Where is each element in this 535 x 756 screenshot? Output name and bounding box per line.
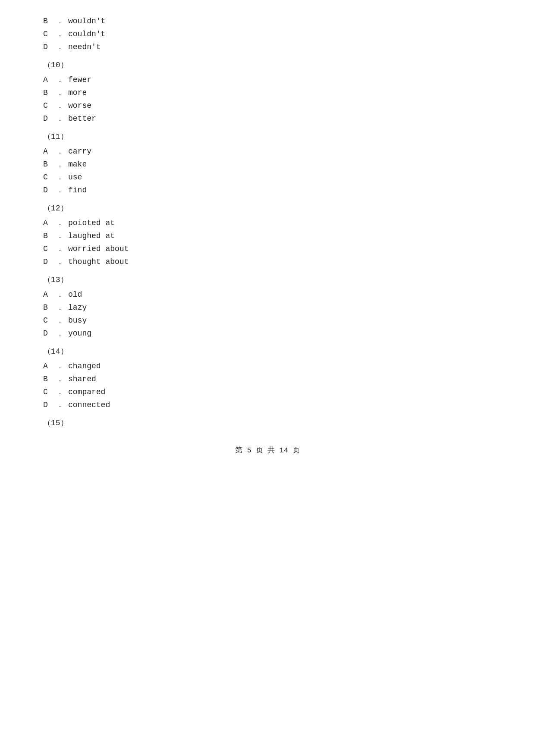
- option-text: busy: [68, 316, 87, 325]
- option-dot: ．: [56, 302, 64, 312]
- option-letter: D: [43, 114, 56, 123]
- option-text: old: [68, 290, 82, 299]
- question-10-block: （10） A ． fewer B ． more C ． worse D ． be…: [35, 60, 500, 123]
- question-13-number: （13）: [43, 274, 500, 285]
- option-text: changed: [68, 362, 101, 370]
- option-letter: B: [43, 88, 56, 97]
- option-letter: D: [43, 43, 56, 51]
- question-10-number: （10）: [43, 60, 500, 70]
- option-text: connected: [68, 401, 110, 409]
- option-row: B ． make: [43, 159, 500, 169]
- option-dot: ．: [56, 361, 64, 371]
- option-text: make: [68, 160, 87, 169]
- option-text: laughed at: [68, 232, 115, 240]
- option-dot: ．: [56, 373, 64, 384]
- option-dot: ．: [56, 159, 64, 169]
- option-row: A ． changed: [43, 361, 500, 371]
- option-row: B ． lazy: [43, 302, 500, 312]
- option-dot: ．: [56, 230, 64, 241]
- option-text: worried about: [68, 245, 129, 253]
- option-row: C ． busy: [43, 315, 500, 325]
- option-letter: D: [43, 186, 56, 194]
- option-row: C ． compared: [43, 386, 500, 397]
- option-text: find: [68, 186, 87, 194]
- option-dot: ．: [56, 41, 64, 52]
- option-letter: D: [43, 401, 56, 409]
- option-text: worse: [68, 101, 91, 110]
- question-14-block: （14） A ． changed B ． shared C ． compared…: [35, 346, 500, 410]
- option-row: B ． laughed at: [43, 230, 500, 241]
- option-dot: ．: [56, 328, 64, 338]
- option-dot: ．: [56, 146, 64, 156]
- option-text: lazy: [68, 303, 87, 312]
- option-row: D ． better: [43, 113, 500, 123]
- option-dot: ．: [56, 256, 64, 267]
- option-row: B ． shared: [43, 373, 500, 384]
- option-row: D ． thought about: [43, 256, 500, 267]
- option-dot: ．: [56, 172, 64, 182]
- question-14-number: （14）: [43, 346, 500, 356]
- option-row: D ． find: [43, 185, 500, 195]
- option-dot: ．: [56, 74, 64, 85]
- option-text: more: [68, 88, 87, 97]
- question-13-block: （13） A ． old B ． lazy C ． busy D ． young: [35, 274, 500, 338]
- question-12-number: （12）: [43, 203, 500, 213]
- option-letter: D: [43, 257, 56, 266]
- option-dot: ．: [56, 399, 64, 410]
- question-12-block: （12） A ． poioted at B ． laughed at C ． w…: [35, 203, 500, 267]
- option-dot: ．: [56, 185, 64, 195]
- option-letter: D: [43, 329, 56, 338]
- option-dot: ．: [56, 315, 64, 325]
- option-letter: C: [43, 388, 56, 396]
- partial-question-block: B ． wouldn't C ． couldn't D ． needn't: [35, 16, 500, 52]
- option-letter: B: [43, 303, 56, 312]
- option-dot: ．: [56, 113, 64, 123]
- option-text: carry: [68, 147, 91, 156]
- option-row: C ． worse: [43, 100, 500, 110]
- question-15-block: （15）: [35, 417, 500, 428]
- option-dot: ．: [56, 217, 64, 228]
- option-dot: ．: [56, 100, 64, 110]
- option-row: B ． more: [43, 87, 500, 97]
- option-letter: C: [43, 101, 56, 110]
- question-11-number: （11）: [43, 131, 500, 141]
- option-row: B ． wouldn't: [43, 16, 500, 26]
- option-row: A ． fewer: [43, 74, 500, 85]
- option-text: use: [68, 173, 82, 182]
- option-row: A ． old: [43, 289, 500, 299]
- option-letter: A: [43, 147, 56, 156]
- option-dot: ．: [56, 386, 64, 397]
- option-row: D ． needn't: [43, 41, 500, 52]
- option-row: C ． worried about: [43, 243, 500, 254]
- question-11-block: （11） A ． carry B ． make C ． use D ． find: [35, 131, 500, 195]
- page-footer: 第 5 页 共 14 页: [35, 445, 500, 455]
- option-letter: A: [43, 290, 56, 299]
- option-text: young: [68, 329, 91, 338]
- option-row: A ． poioted at: [43, 217, 500, 228]
- option-text: fewer: [68, 75, 91, 84]
- option-letter: C: [43, 245, 56, 253]
- option-letter: C: [43, 173, 56, 182]
- option-letter: B: [43, 160, 56, 169]
- option-letter: B: [43, 232, 56, 240]
- option-text: compared: [68, 388, 105, 396]
- option-text: couldn't: [68, 30, 105, 38]
- option-letter: B: [43, 375, 56, 383]
- option-letter: B: [43, 17, 56, 25]
- option-letter: A: [43, 219, 56, 227]
- option-letter: A: [43, 75, 56, 84]
- option-text: thought about: [68, 257, 129, 266]
- option-text: poioted at: [68, 219, 115, 227]
- option-text: better: [68, 114, 96, 123]
- option-dot: ．: [56, 28, 64, 39]
- option-text: needn't: [68, 43, 101, 51]
- option-row: C ． use: [43, 172, 500, 182]
- option-letter: C: [43, 30, 56, 38]
- option-dot: ．: [56, 289, 64, 299]
- option-dot: ．: [56, 87, 64, 97]
- option-letter: C: [43, 316, 56, 325]
- page-number-text: 第 5 页 共 14 页: [235, 446, 300, 455]
- option-text: shared: [68, 375, 96, 383]
- option-letter: A: [43, 362, 56, 370]
- question-15-number: （15）: [43, 417, 500, 428]
